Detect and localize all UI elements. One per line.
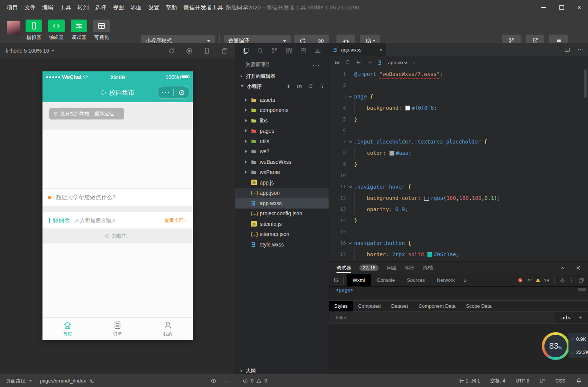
code-line-13[interactable]: 13 opacity: 0.9; <box>329 204 588 215</box>
avatar[interactable] <box>7 21 20 35</box>
tree-item-assets[interactable]: assets <box>235 95 329 105</box>
code-line-3[interactable]: 3page { <box>329 91 588 102</box>
breadcrumb-file[interactable]: app.wxss <box>388 60 408 65</box>
horizontal-scrollbar[interactable] <box>578 288 586 291</box>
code-line-17[interactable]: 17 border: 2rpx solid #06c1ae; <box>329 249 588 260</box>
extensions-icon[interactable] <box>285 47 293 54</box>
collapse-panel-icon[interactable] <box>559 265 565 271</box>
refresh-icon[interactable] <box>168 47 175 54</box>
docker-icon[interactable] <box>314 47 322 55</box>
tree-item-sitemap.json[interactable]: {…}sitemap.json <box>235 229 329 240</box>
menu-item-6[interactable]: 选择 <box>95 4 106 11</box>
code-line-8[interactable]: 8 color: #aaa; <box>329 147 588 159</box>
code-line-10[interactable]: 10 <box>329 170 588 181</box>
device-icon[interactable] <box>203 47 211 54</box>
menu-item-2[interactable]: 文件 <box>24 4 36 11</box>
nav-forward-icon[interactable] <box>367 59 373 65</box>
fold-chevron-icon[interactable] <box>346 181 354 192</box>
location-pill-button[interactable]: 没有找到学校，重新定位 <box>49 108 124 119</box>
phone-tab-home[interactable]: 首页 <box>42 318 92 340</box>
error-count[interactable]: 22 <box>526 278 532 283</box>
tree-item-components[interactable]: components <box>235 105 329 116</box>
language-mode[interactable]: CSS <box>555 378 565 384</box>
tree-item-wxParse[interactable]: wxParse <box>235 167 329 178</box>
editor-tab-app-wxss[interactable]: app.wxss × <box>329 43 386 56</box>
devtools-tab-network[interactable]: Network <box>431 274 461 286</box>
style-tab-dataset[interactable]: Dataset <box>386 301 413 311</box>
maximize-button[interactable] <box>553 0 570 15</box>
search-icon[interactable] <box>256 47 264 54</box>
menu-item-5[interactable]: 转到 <box>77 4 89 11</box>
multi-window-icon[interactable] <box>221 47 228 54</box>
tree-item-pages[interactable]: pages <box>235 126 329 136</box>
new-folder-icon[interactable] <box>297 83 302 89</box>
code-line-15[interactable]: 15 <box>329 226 588 237</box>
fold-chevron-icon[interactable] <box>346 91 354 102</box>
color-swatch[interactable] <box>424 196 429 201</box>
code-line-9[interactable]: 9} <box>329 159 588 170</box>
more-tabs-icon[interactable]: » <box>464 277 467 283</box>
minimize-button[interactable] <box>535 0 553 15</box>
fold-chevron-icon[interactable] <box>346 136 354 147</box>
code-line-11[interactable]: 11.navigator-hover { <box>329 181 588 192</box>
settings-gear-icon[interactable] <box>559 277 565 283</box>
code-line-1[interactable]: 1@import "wuBaseWxss/7.wxss"; <box>329 68 588 80</box>
encoding[interactable]: UTF-8 <box>515 378 529 384</box>
add-style-button[interactable]: + <box>579 312 582 324</box>
phone-tab-order[interactable]: 订单 <box>92 318 142 340</box>
color-swatch[interactable] <box>405 106 410 110</box>
code-line-14[interactable]: 14} <box>329 215 588 226</box>
nav-back-icon[interactable] <box>356 59 362 65</box>
cursor-position[interactable]: 行 1, 列 1 <box>459 378 480 384</box>
code-line-12[interactable]: 12 background-color: rgba(180,180,180,0.… <box>329 192 588 204</box>
more-menu-button[interactable] <box>158 92 173 94</box>
outline-list-icon[interactable] <box>334 59 340 65</box>
tree-item-app.json[interactable]: {…}app.json <box>235 188 329 198</box>
files-icon[interactable] <box>242 47 250 54</box>
tree-item-we7[interactable]: we7 <box>235 147 329 157</box>
style-tab-scope-data[interactable]: Scope Data <box>461 301 497 311</box>
close-button[interactable]: × <box>570 0 588 15</box>
devtools-more-icon[interactable] <box>569 277 575 283</box>
panel-icon[interactable] <box>300 47 307 54</box>
panel-toggle-phone[interactable]: 模拟器 <box>26 20 42 41</box>
tab-panel-1[interactable]: 问题 <box>387 265 397 271</box>
menu-item-1[interactable]: 项目 <box>7 4 18 11</box>
copy-path-icon[interactable] <box>89 378 95 384</box>
fold-chevron-icon[interactable] <box>346 237 354 249</box>
panel-toggle-code[interactable]: 编辑器 <box>48 20 65 41</box>
menu-item-10[interactable]: 帮助 <box>166 4 177 11</box>
code-line-16[interactable]: 16navigator.button { <box>329 237 588 249</box>
tab-panel-3[interactable]: 终端 <box>423 265 433 271</box>
tree-item-project.config.json[interactable]: {…}project.config.json <box>235 209 329 219</box>
editor-more-icon[interactable] <box>577 47 583 53</box>
warning-count[interactable]: 18 <box>544 278 549 283</box>
record-icon[interactable] <box>186 47 193 54</box>
phone-tab-person[interactable]: 我的 <box>143 318 193 340</box>
style-tab-component-data[interactable]: Component Data <box>413 301 461 311</box>
close-tab-icon[interactable]: × <box>379 47 382 53</box>
cls-toggle[interactable]: .cls <box>560 312 571 324</box>
code-line-6[interactable]: 6 <box>329 125 588 136</box>
code-area[interactable]: 1@import "wuBaseWxss/7.wxss";23page {4 b… <box>329 68 588 261</box>
menu-item-7[interactable]: 视图 <box>113 4 124 11</box>
tree-item-siteinfo.js[interactable]: JSsiteinfo.js <box>235 219 329 229</box>
panel-toggle-layout[interactable]: 可视化 <box>93 20 110 41</box>
warning-count-icon[interactable] <box>256 378 262 384</box>
split-editor-icon[interactable] <box>564 47 570 53</box>
close-panel-icon[interactable] <box>575 265 581 271</box>
tree-item-app.wxss[interactable]: app.wxss <box>235 198 329 209</box>
device-selector[interactable]: iPhone 5 100% 16 <box>6 48 49 54</box>
tree-item-style.wxss[interactable]: style.wxss <box>235 239 329 250</box>
devtools-tab-wxml[interactable]: Wxml <box>347 274 371 286</box>
tree-item-app.js[interactable]: JSapp.js <box>235 177 329 188</box>
element-tag[interactable]: <page> <box>336 287 353 293</box>
open-editors-section[interactable]: 打开的编辑器 <box>235 71 329 81</box>
panel-toggle-sliders[interactable]: 调试器 <box>71 20 87 41</box>
menu-item-11[interactable]: 微信开发者工具 <box>183 4 223 11</box>
undock-icon[interactable] <box>578 277 584 283</box>
inspect-element-icon[interactable] <box>333 277 340 284</box>
bookmark-icon[interactable] <box>345 60 351 65</box>
menu-item-8[interactable]: 界面 <box>130 4 142 11</box>
exit-miniprogram-button[interactable] <box>174 89 189 96</box>
